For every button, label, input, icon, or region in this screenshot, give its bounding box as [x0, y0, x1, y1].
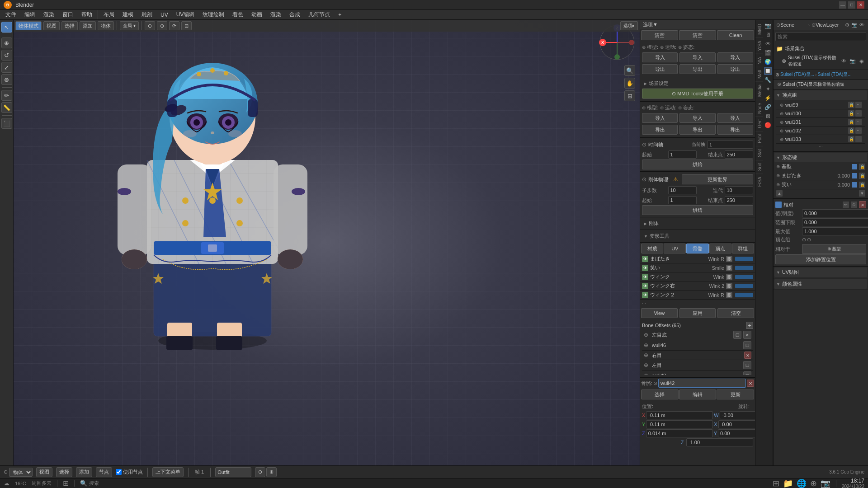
tool-move[interactable]: ⊕ — [1, 38, 12, 48]
vg-lock-3[interactable]: 🔒 — [848, 119, 854, 125]
side-tab-ysa[interactable]: Y/SA — [755, 38, 763, 54]
tool-rotate[interactable]: ↺ — [1, 50, 12, 61]
model-import-btn2[interactable]: 导入 — [642, 113, 678, 123]
breadcrumb-2[interactable]: Suisei (TDA)显... — [818, 71, 852, 78]
relative-edit-btn[interactable]: ✏ — [843, 202, 849, 208]
w-input[interactable] — [720, 411, 755, 419]
menu-render[interactable]: 渲染 — [40, 10, 58, 19]
bone-del-1[interactable]: × — [743, 331, 751, 339]
camera-icon-suisei[interactable]: 📷 — [849, 57, 856, 65]
rigid-bake-btn[interactable]: 烘焙 — [642, 205, 753, 215]
sb-view-btn[interactable]: 视图 — [36, 467, 52, 477]
tab-group[interactable]: 群组 — [732, 244, 754, 253]
motion-export-btn[interactable]: 导出 — [679, 64, 715, 74]
bone-3[interactable]: ⊕ 右目 × — [642, 351, 753, 360]
sk-check-base[interactable] — [852, 164, 857, 169]
motion-import-btn[interactable]: 导入 — [679, 52, 715, 62]
update-world-btn[interactable]: 更新世界 — [682, 174, 753, 184]
vertex-groups-title[interactable]: ▼ 顶点组 — [774, 90, 867, 100]
prop-icon-output[interactable]: 🖥 — [764, 31, 772, 39]
viewport-add-btn[interactable]: 添加 — [80, 21, 96, 30]
bone-select-input[interactable] — [658, 379, 746, 388]
sk-check-2[interactable] — [852, 182, 857, 188]
action-select-tab[interactable]: 选择 — [641, 389, 679, 399]
viewport-select-btn[interactable]: 选择 — [61, 21, 78, 30]
viewport-icon-2[interactable]: ⊕ — [157, 21, 167, 30]
prop-icon-view[interactable]: 👁 — [764, 40, 772, 48]
app-icon-4[interactable]: ⊕ — [810, 479, 817, 488]
menu-window[interactable]: 窗口 — [59, 10, 77, 19]
bone-2[interactable]: ⊕ wuli46 □ — [642, 340, 753, 351]
vg-more-5[interactable]: ⋯ — [855, 136, 862, 142]
tool-transform[interactable]: ⊗ — [1, 74, 12, 85]
pose-import-btn2[interactable]: 导入 — [717, 113, 753, 123]
mode-select[interactable]: 物体 — [9, 468, 33, 477]
clear-btn-2[interactable]: 清空 — [679, 30, 716, 40]
workspace-layout[interactable]: 布局 — [100, 10, 118, 19]
scene-settings-title[interactable]: ▶ 场景设定 — [642, 79, 753, 88]
prop-icon-physics[interactable]: ⚡ — [764, 94, 772, 102]
substeps-input[interactable] — [668, 186, 697, 194]
prop-icon-object[interactable]: 🔲 — [764, 67, 772, 75]
side-tab-na[interactable]: N/A — [755, 54, 763, 67]
view-btn[interactable]: View — [641, 308, 678, 318]
max-input[interactable] — [802, 227, 868, 235]
clean-btn[interactable]: Clean — [717, 30, 754, 40]
side-tab-suit[interactable]: Suit — [755, 160, 763, 174]
morph-item-3[interactable]: 👁 ウィンク Wink 眼 — [640, 272, 755, 282]
side-tab-stat[interactable]: Stat — [755, 146, 763, 160]
morph-slider-4[interactable] — [735, 284, 753, 288]
viewport-mode-btn[interactable]: 物体模式 — [15, 21, 42, 30]
morph-slider-5[interactable] — [735, 293, 753, 297]
morph-item-5[interactable]: 👁 ウィンク２ Wink R 眼 — [640, 291, 755, 300]
model-export-btn2[interactable]: 导出 — [642, 125, 678, 135]
viewport-icon-4[interactable]: ⊡ — [181, 21, 192, 30]
mmd-tools-btn[interactable]: ⊙MMD Tools/使用手册 — [642, 89, 753, 99]
morph-slider-3[interactable] — [735, 275, 753, 279]
tool-annotate[interactable]: ✏ — [1, 90, 12, 101]
x-input[interactable] — [646, 411, 713, 419]
model-import-btn[interactable]: 导入 — [642, 52, 678, 62]
workspace-render-ws[interactable]: 渲染 — [267, 10, 285, 19]
y2-input[interactable] — [718, 429, 755, 437]
prop-icon-constraints[interactable]: 🔗 — [764, 103, 772, 111]
workspace-geometry[interactable]: 几何节点 — [305, 10, 334, 19]
use-nodes-checkbox[interactable] — [116, 469, 122, 475]
vg-item-1[interactable]: ⊕ wui99 🔒 ⋯ — [776, 101, 865, 109]
prop-icon-data[interactable]: ⊠ — [764, 112, 772, 120]
relative-copy-btn[interactable]: ⊙ — [851, 202, 857, 208]
end-frame-input[interactable] — [725, 150, 754, 159]
sk-base[interactable]: ⊕ 基型 🔒 — [774, 162, 867, 171]
nav-pan[interactable]: ✋ — [624, 78, 635, 89]
sk-item-2[interactable]: ⊕ 笑い 0.000 🔒 — [774, 180, 867, 189]
scene-eye-btn[interactable]: 👁 — [858, 21, 865, 28]
viewport-icon-1[interactable]: ⊙ — [145, 21, 155, 30]
side-tab-fsa[interactable]: F/SA — [755, 174, 763, 189]
tab-bone[interactable]: 骨骼 — [686, 244, 708, 253]
tool-cursor[interactable]: ↖ — [1, 22, 12, 33]
rigid-end-input[interactable] — [725, 196, 754, 204]
suisei-item[interactable]: ⊗ Suisei (TDA)显示梯骨骼名缩短 👁 📷 ◉ — [774, 53, 867, 69]
vg-item-4[interactable]: ⊕ wui102 🔒 ⋯ — [776, 127, 865, 135]
sk-lock-base[interactable]: 🔒 — [859, 164, 865, 170]
prop-icon-modifier[interactable]: 🔧 — [764, 76, 772, 84]
relative-close-btn[interactable]: × — [859, 201, 866, 208]
side-tab-media[interactable]: Media — [755, 81, 763, 99]
prop-icon-particles[interactable]: ✦ — [764, 85, 772, 93]
vg-lock-5[interactable]: 🔒 — [848, 136, 854, 142]
viewport-view-btn[interactable]: 视图 — [43, 21, 60, 30]
vg-item-2[interactable]: ⊕ wui100 🔒 ⋯ — [776, 109, 865, 118]
clear-btn-1[interactable]: 清空 — [641, 30, 678, 40]
vg-more-3[interactable]: ⋯ — [855, 119, 862, 125]
tab-uv[interactable]: UV — [664, 244, 686, 253]
nav-zoom-in[interactable]: 🔍 — [624, 65, 635, 76]
workspace-uv-edit[interactable]: UV编辑 — [173, 10, 198, 19]
x2-input[interactable] — [718, 420, 755, 428]
sk-down-btn[interactable]: ▼ — [859, 190, 865, 197]
motion-import-btn2[interactable]: 导入 — [679, 113, 715, 123]
pose-export-btn[interactable]: 导出 — [717, 64, 753, 74]
bone-edit-4[interactable]: □ — [743, 361, 751, 369]
vg-item-5[interactable]: ⊕ wui103 🔒 ⋯ — [776, 135, 865, 144]
scene-camera-btn[interactable]: 📷 — [851, 21, 858, 28]
bone-edit-2[interactable]: □ — [743, 341, 751, 349]
